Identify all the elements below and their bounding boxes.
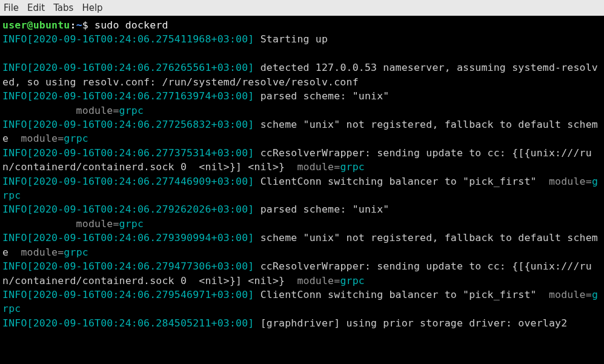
log-level: INFO: [2, 232, 27, 243]
prompt-user-host: user@ubuntu: [2, 19, 70, 31]
log-module-key: module=: [549, 176, 592, 187]
menu-file[interactable]: File: [4, 2, 19, 13]
log-level: INFO: [2, 204, 27, 215]
log-module-key: module=: [21, 247, 64, 258]
log-level: INFO: [2, 260, 27, 272]
log-timestamp: [2020-09-16T00:24:06.277446909+03:00]: [27, 176, 254, 187]
log-module-key: module=: [76, 105, 119, 116]
log-level: INFO: [2, 33, 27, 45]
log-timestamp: [2020-09-16T00:24:06.279477306+03:00]: [27, 260, 254, 272]
log-timestamp: [2020-09-16T00:24:06.277375314+03:00]: [27, 147, 254, 159]
log-module-value: grpc: [340, 275, 365, 286]
log-module-key: module=: [21, 133, 64, 144]
menubar: File Edit Tabs Help: [0, 0, 604, 16]
menu-help[interactable]: Help: [82, 2, 102, 13]
log-module-key: module=: [297, 161, 340, 173]
log-timestamp: [2020-09-16T00:24:06.277256832+03:00]: [27, 119, 254, 130]
log-module-value: grpc: [119, 105, 144, 116]
log-message: Starting up: [261, 33, 328, 45]
terminal-output[interactable]: user@ubuntu:~$ sudo dockerd INFO[2020-09…: [0, 16, 604, 364]
log-level: INFO: [2, 90, 27, 102]
log-level: INFO: [2, 289, 27, 300]
log-message: [graphdriver] using prior storage driver…: [261, 317, 568, 329]
log-level: INFO: [2, 317, 27, 329]
log-message: ClientConn switching balancer to "pick_f…: [261, 289, 537, 300]
log-level: INFO: [2, 176, 27, 187]
prompt-path: ~: [76, 19, 82, 31]
menu-edit[interactable]: Edit: [27, 2, 45, 13]
log-module-value: grpc: [340, 161, 365, 173]
log-timestamp: [2020-09-16T00:24:06.275411968+03:00]: [27, 33, 254, 45]
log-module-key: module=: [297, 275, 340, 286]
log-module-value: grpc: [64, 133, 88, 144]
log-module-key: module=: [76, 218, 119, 230]
log-message: parsed scheme: "unix": [261, 204, 390, 215]
log-timestamp: [2020-09-16T00:24:06.277163974+03:00]: [27, 90, 254, 102]
log-message: ClientConn switching balancer to "pick_f…: [261, 176, 537, 187]
log-timestamp: [2020-09-16T00:24:06.279546971+03:00]: [27, 289, 254, 300]
log-level: INFO: [2, 119, 27, 130]
menu-tabs[interactable]: Tabs: [53, 2, 73, 13]
prompt-separator: :: [70, 19, 76, 31]
log-timestamp: [2020-09-16T00:24:06.279390994+03:00]: [27, 232, 254, 243]
log-module-value: grpc: [64, 247, 88, 258]
log-timestamp: [2020-09-16T00:24:06.279262026+03:00]: [27, 204, 254, 215]
log-module-key: module=: [549, 289, 592, 300]
prompt-command: sudo dockerd: [95, 19, 168, 31]
log-message: parsed scheme: "unix": [261, 90, 390, 102]
log-module-value: grpc: [119, 218, 144, 230]
log-level: INFO: [2, 62, 27, 73]
log-timestamp: [2020-09-16T00:24:06.284505211+03:00]: [27, 317, 254, 329]
log-timestamp: [2020-09-16T00:24:06.276265561+03:00]: [27, 62, 254, 73]
log-level: INFO: [2, 147, 27, 159]
prompt-symbol: $: [82, 19, 95, 31]
